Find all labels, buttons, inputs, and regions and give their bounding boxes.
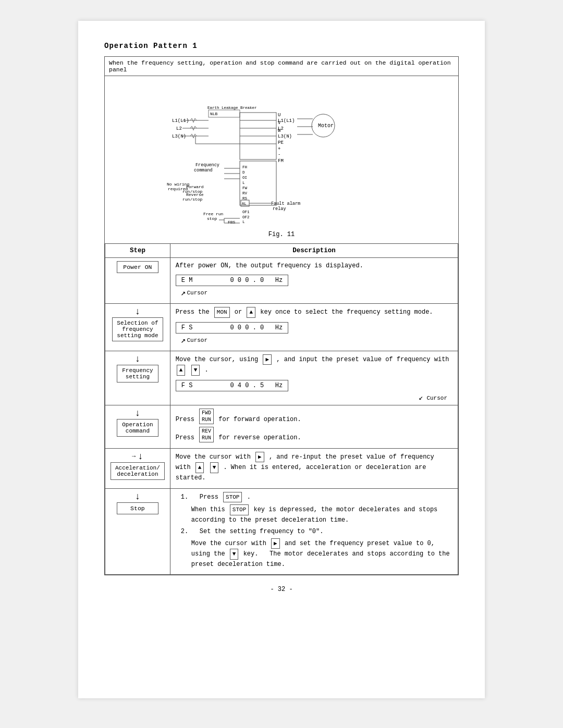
step-box-stop: Stop bbox=[117, 502, 158, 514]
desc-cell-freq-set: Move the cursor, using ▶ , and input the… bbox=[170, 351, 458, 405]
svg-line-27 bbox=[190, 134, 192, 136]
svg-text:L2: L2 bbox=[176, 126, 182, 131]
svg-text:L1(L1): L1(L1) bbox=[172, 118, 189, 124]
desc-cell-stop: 1. Press STOP . When this STOP key is de… bbox=[170, 488, 458, 574]
display-fs2: F S 0 4 0 . 5 Hz bbox=[176, 380, 288, 391]
stop-key-1: STOP bbox=[223, 492, 242, 503]
arrow-down-3: ↓ bbox=[135, 409, 141, 418]
step-cell-freq-set: ↓ Frequencysetting bbox=[105, 351, 170, 405]
svg-text:U: U bbox=[278, 113, 280, 118]
svg-text:Reverse: Reverse bbox=[186, 192, 204, 197]
svg-text:W: W bbox=[278, 128, 281, 133]
svg-text:Forward: Forward bbox=[186, 184, 204, 189]
svg-text:D: D bbox=[242, 170, 245, 175]
svg-line-20 bbox=[195, 126, 197, 128]
down-key-1: ▼ bbox=[191, 365, 200, 376]
svg-text:FH: FH bbox=[242, 165, 247, 169]
svg-text:AL: AL bbox=[242, 202, 246, 206]
step-box-op-cmd: Operationcommand bbox=[117, 419, 158, 437]
svg-text:L3(N): L3(N) bbox=[278, 134, 292, 139]
right-key-3: ▶ bbox=[271, 538, 280, 549]
svg-text:RV: RV bbox=[242, 191, 248, 195]
cursor-label-1: Cursor bbox=[187, 290, 207, 296]
stop-item-2-sub: Move the cursor with ▶ and set the frequ… bbox=[191, 538, 452, 569]
svg-text:FW: FW bbox=[242, 186, 248, 190]
svg-text:Motor: Motor bbox=[318, 123, 334, 129]
fig-caption: Fig. 11 bbox=[268, 231, 295, 238]
step-cell-freq-sel: ↓ Selection offrequencysetting mode bbox=[105, 304, 170, 351]
col-desc-header: Description bbox=[170, 244, 458, 258]
svg-text:run/stop: run/stop bbox=[182, 197, 203, 202]
step-box-accel: Acceleration/deceleration bbox=[111, 462, 165, 480]
arrow-down-1: ↓ bbox=[135, 307, 141, 316]
up-key-1: ▲ bbox=[247, 307, 255, 318]
table-row: ↓ Frequencysetting Move the cursor, usin… bbox=[105, 351, 458, 405]
cursor-line-2: ↗ Cursor bbox=[181, 335, 452, 346]
stop-item-2: 2. Set the setting frequency to "0". bbox=[181, 527, 452, 536]
svg-line-5 bbox=[190, 118, 192, 120]
right-key-1: ▶ bbox=[263, 354, 272, 365]
table-row: ↓ Stop 1. Press STOP . When this STOP ke… bbox=[105, 488, 458, 574]
stop-item-1-sub: When this STOP key is depressed, the mot… bbox=[191, 504, 452, 525]
down-key-2: ▼ bbox=[210, 462, 219, 473]
step-cell-stop: ↓ Stop bbox=[105, 488, 170, 574]
svg-text:relay: relay bbox=[273, 206, 286, 212]
rev-run-key: REVRUN bbox=[199, 427, 214, 442]
svg-line-8 bbox=[195, 118, 197, 120]
desc-cell-freq-sel: Press the MON or ▲ key once to select th… bbox=[170, 304, 458, 351]
stop-key-2: STOP bbox=[230, 504, 249, 515]
svg-text:FBS: FBS bbox=[228, 220, 236, 225]
svg-text:V: V bbox=[278, 120, 281, 126]
page-number: - 32 - bbox=[104, 586, 459, 593]
arrow-down-5: ↓ bbox=[135, 492, 141, 501]
desc-power-on-intro: After power ON, the output frequency is … bbox=[176, 261, 452, 270]
desc-accel: Move the cursor with ▶ , and re-input th… bbox=[176, 452, 452, 483]
stop-item-1: 1. Press STOP . bbox=[181, 492, 452, 503]
svg-line-30 bbox=[195, 134, 197, 136]
svg-text:PE: PE bbox=[278, 140, 284, 145]
arrow-down-4: ↓ bbox=[138, 452, 143, 461]
svg-text:OF2: OF2 bbox=[242, 215, 250, 219]
svg-text:-: - bbox=[278, 152, 280, 157]
step-box-freq-set: Frequencysetting bbox=[117, 365, 158, 382]
cursor-line-3: ↙ Cursor bbox=[176, 393, 447, 402]
desc-op-cmd-fwd: Press FWDRUN for forward operation. bbox=[176, 409, 452, 424]
table-row: → ↓ Acceleration/deceleration Move the c… bbox=[105, 448, 458, 488]
svg-text:L: L bbox=[242, 220, 245, 224]
svg-text:Fault alarm: Fault alarm bbox=[271, 201, 300, 206]
step-cell-accel: → ↓ Acceleration/deceleration bbox=[105, 448, 170, 488]
svg-text:OI: OI bbox=[242, 176, 247, 180]
svg-text:L3(N): L3(N) bbox=[172, 134, 186, 139]
step-cell-op-cmd: ↓ Operationcommand bbox=[105, 405, 170, 448]
desc-freq-sel-intro: Press the MON or ▲ key once to select th… bbox=[176, 307, 452, 318]
diagram-area: NLB Earth Leakage Breaker L1(L1) L1(L1) … bbox=[105, 76, 458, 243]
step-box-freq-sel: Selection offrequencysetting mode bbox=[112, 317, 163, 341]
wiring-diagram: NLB Earth Leakage Breaker L1(L1) L1(L1) … bbox=[115, 84, 448, 225]
desc-cell-op-cmd: Press FWDRUN for forward operation. Pres… bbox=[170, 405, 458, 448]
svg-text:Free run: Free run bbox=[203, 212, 224, 216]
desc-cell-power-on: After power ON, the output frequency is … bbox=[170, 258, 458, 304]
table-row: ↓ Operationcommand Press FWDRUN for forw… bbox=[105, 405, 458, 448]
down-key-3: ▼ bbox=[230, 549, 239, 560]
display-fs1: F S 0 0 0 . 0 Hz bbox=[176, 322, 288, 334]
col-step-header: Step bbox=[105, 244, 170, 258]
svg-text:Earth Leakage Breaker: Earth Leakage Breaker bbox=[207, 106, 257, 110]
step-table: Step Description Power ON After power ON… bbox=[105, 243, 458, 575]
up-key-2: ▲ bbox=[177, 365, 186, 376]
arrow-down-2: ↓ bbox=[135, 354, 141, 364]
svg-text:FM: FM bbox=[278, 158, 284, 164]
svg-text:command: command bbox=[194, 168, 213, 173]
table-row: ↓ Selection offrequencysetting mode Pres… bbox=[105, 304, 458, 351]
table-row: Power ON After power ON, the output freq… bbox=[105, 258, 458, 304]
desc-cell-accel: Move the cursor with ▶ , and re-input th… bbox=[170, 448, 458, 488]
step-box-power-on: Power ON bbox=[117, 261, 158, 273]
section-title: Operation Pattern 1 bbox=[104, 42, 459, 50]
svg-text:NLB: NLB bbox=[210, 112, 218, 116]
cursor-label-2: Cursor bbox=[187, 337, 207, 343]
up-key-3: ▲ bbox=[195, 462, 204, 473]
svg-text:Frequency: Frequency bbox=[195, 163, 219, 168]
page: Operation Pattern 1 When the frequency s… bbox=[78, 21, 485, 698]
cursor-line-1: ↗ Cursor bbox=[181, 288, 452, 298]
fwd-run-key: FWDRUN bbox=[199, 409, 214, 424]
svg-text:OF1: OF1 bbox=[242, 210, 250, 214]
